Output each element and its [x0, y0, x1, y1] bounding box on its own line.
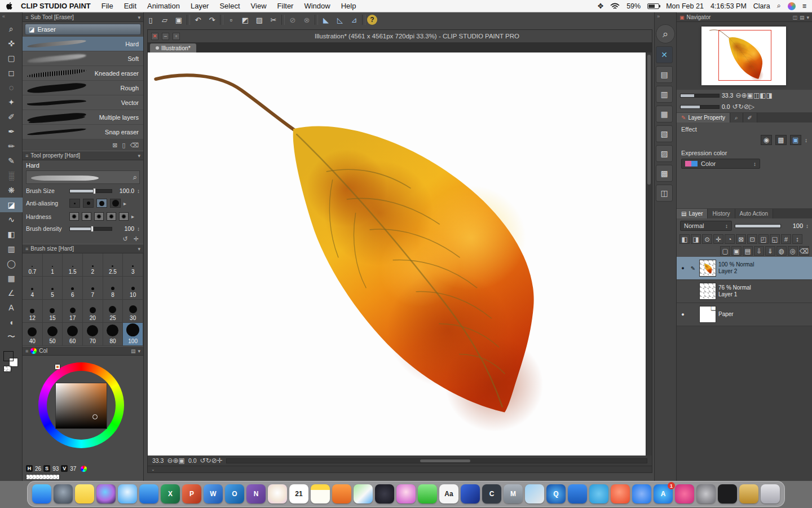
brush-size-cell[interactable]: 17: [63, 300, 83, 323]
layer-utility-icon[interactable]: ◧: [679, 234, 690, 244]
canvas-status-icon[interactable]: ⊖: [167, 457, 173, 465]
brush-size-cell[interactable]: 2.5: [103, 253, 123, 277]
brush-size-cell[interactable]: 10: [123, 277, 143, 300]
panel-menu-icon[interactable]: ▾: [138, 15, 140, 20]
subtool-group-tab[interactable]: ◪ Eraser: [25, 24, 141, 35]
dock-app-icon[interactable]: [718, 484, 737, 503]
command-bar-icon[interactable]: ▯: [144, 14, 157, 25]
saturation-value-square[interactable]: [55, 383, 107, 429]
brush-tab[interactable]: ✐: [743, 113, 757, 122]
command-bar-icon[interactable]: ⊘: [286, 14, 299, 25]
brush-size-cell[interactable]: 1: [43, 253, 63, 277]
hardness-level-2[interactable]: [82, 212, 91, 221]
navigator-icon-button[interactable]: ⊖: [735, 91, 741, 99]
horizontal-scroll-thumb[interactable]: [420, 459, 470, 462]
layer-utility-icon[interactable]: ⊙: [702, 234, 712, 244]
opacity-stepper[interactable]: ↕: [806, 223, 809, 229]
navigator-icon-button[interactable]: ▣: [747, 91, 753, 99]
v-value[interactable]: 37: [70, 466, 76, 472]
menubar-app-name[interactable]: CLIP STUDIO PAINT: [21, 2, 91, 10]
expression-color-dropdown[interactable]: Color ↕: [681, 159, 760, 169]
dock-app-icon[interactable]: [611, 484, 630, 503]
tool-button[interactable]: ▥: [0, 242, 23, 256]
brush-density-slider[interactable]: [69, 227, 112, 231]
tab-layer[interactable]: ▤Layer: [677, 209, 708, 218]
color-slider-tab-icon[interactable]: ▤: [131, 348, 136, 354]
panel-launcher-icon[interactable]: ▥: [656, 86, 673, 103]
hardness-level-3[interactable]: [94, 212, 104, 221]
layer-color-icon[interactable]: ▣: [790, 135, 801, 145]
dock-app-icon[interactable]: [311, 484, 330, 503]
menubar-item[interactable]: Filter: [277, 2, 294, 10]
layer-thumbnail[interactable]: [699, 260, 716, 277]
layer-thumbnail[interactable]: [699, 306, 716, 323]
dock-app-icon[interactable]: Q: [546, 484, 566, 503]
dock-app-icon[interactable]: [396, 484, 416, 503]
tool-button[interactable]: ⌕: [0, 21, 23, 36]
notification-center-icon[interactable]: ≡: [802, 2, 806, 10]
main-color-swatch[interactable]: [3, 351, 14, 361]
navigator-icon-button[interactable]: ⊘: [744, 103, 749, 111]
hardness-level-5[interactable]: [119, 212, 129, 221]
subtool-item[interactable]: Rough: [23, 81, 143, 95]
layer-name[interactable]: Layer 1: [718, 291, 751, 298]
panel-menu-icon[interactable]: ▾: [138, 153, 140, 159]
dock-app-icon[interactable]: Aa: [439, 484, 458, 503]
maximize-document-button[interactable]: ▫: [173, 33, 180, 40]
panel-menu-icon[interactable]: ▾: [138, 246, 140, 252]
brush-size-cell[interactable]: 30: [123, 300, 143, 323]
blend-mode-dropdown[interactable]: Normal ↕: [680, 221, 732, 231]
panel-launcher-icon[interactable]: ▩: [656, 165, 673, 182]
dock-app-icon[interactable]: [54, 484, 73, 503]
layer-utility-icon[interactable]: ◰: [758, 234, 769, 244]
tool-button[interactable]: ✒: [0, 124, 23, 139]
dock-app-icon[interactable]: [118, 484, 137, 503]
tool-button[interactable]: ◻: [0, 65, 23, 80]
document-tab[interactable]: Illustration*: [150, 43, 196, 52]
magnifier-icon[interactable]: ⌕: [133, 173, 137, 182]
brush-size-cell[interactable]: 0.7: [23, 253, 43, 277]
dock-app-icon[interactable]: [139, 484, 158, 503]
tool-button[interactable]: ✏: [0, 139, 23, 154]
tool-button[interactable]: ◖: [0, 315, 23, 330]
brush-size-cell[interactable]: 6: [63, 277, 83, 300]
brush-size-cell[interactable]: 20: [83, 300, 103, 323]
sv-marker[interactable]: [92, 414, 98, 419]
collapse-right-icon[interactable]: »: [655, 12, 662, 21]
tool-button[interactable]: ❋: [0, 183, 23, 198]
menubar-item[interactable]: Edit: [124, 2, 136, 10]
brush-size-cell[interactable]: 40: [23, 323, 43, 346]
layer-action-icon[interactable]: ◎: [788, 246, 798, 256]
dock-app-icon[interactable]: [568, 484, 587, 503]
command-bar-icon[interactable]: [362, 15, 365, 25]
border-effect-icon[interactable]: ◉: [761, 135, 772, 145]
brush-size-cell[interactable]: 8: [103, 277, 123, 300]
tone-effect-icon[interactable]: ▩: [775, 135, 787, 145]
navigator-icon-button[interactable]: ◨: [766, 91, 773, 99]
tool-button[interactable]: ▢: [0, 51, 23, 65]
tool-button[interactable]: ∿: [0, 212, 23, 227]
vertical-scrollbar[interactable]: [646, 52, 652, 456]
brush-size-cell[interactable]: 70: [83, 323, 103, 346]
dock-app-icon[interactable]: [96, 484, 116, 503]
tool-button[interactable]: ✎: [0, 154, 23, 168]
brush-size-cell[interactable]: 1.5: [63, 253, 83, 277]
collapse-left-icon[interactable]: «: [0, 12, 22, 21]
dock-app-icon[interactable]: [75, 484, 94, 503]
menubar-item[interactable]: Select: [219, 2, 240, 10]
command-bar-icon[interactable]: ▣: [173, 14, 185, 25]
brush-size-stepper[interactable]: ↕: [137, 188, 140, 194]
menubar-time[interactable]: 4:16:53 PM: [710, 2, 747, 10]
tool-button[interactable]: ◧: [0, 227, 23, 242]
apple-menu-icon[interactable]: [6, 2, 13, 10]
brush-density-stepper[interactable]: ↕: [137, 226, 140, 232]
layer-action-icon[interactable]: ◍: [776, 246, 787, 256]
subtool-item[interactable]: Soft: [23, 51, 143, 66]
navigator-icon-button[interactable]: ⊕: [742, 91, 747, 99]
tool-button[interactable]: A: [0, 300, 23, 315]
battery-icon[interactable]: [647, 3, 659, 9]
reset-settings-icon[interactable]: ↺: [123, 235, 128, 243]
dock-app-icon[interactable]: X: [161, 484, 180, 503]
command-bar-icon[interactable]: ▫: [225, 14, 237, 25]
brush-size-cell[interactable]: 5: [43, 277, 63, 300]
